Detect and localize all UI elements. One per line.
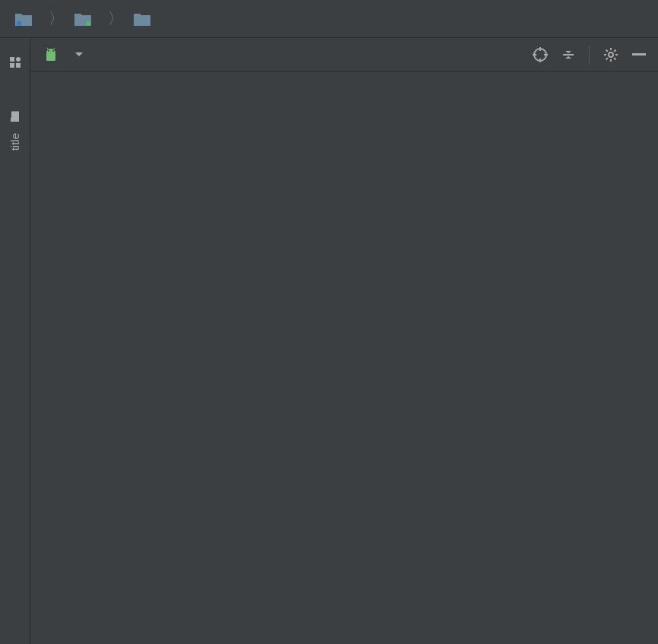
- breadcrumb-item-app[interactable]: [74, 12, 97, 26]
- project-header: [30, 38, 658, 71]
- tool-tab-resource-manager[interactable]: [5, 46, 25, 85]
- project-tree[interactable]: [30, 71, 658, 644]
- header-actions: [533, 46, 646, 64]
- module-folder-icon: [74, 12, 91, 26]
- android-icon: [43, 46, 59, 63]
- svg-rect-3: [10, 57, 14, 62]
- svg-rect-11: [563, 54, 574, 56]
- project-folder-icon: [15, 12, 32, 26]
- breadcrumb-item-libs[interactable]: [134, 12, 157, 26]
- separator: [589, 46, 590, 64]
- tool-tab-project[interactable]: title: [4, 100, 26, 162]
- chevron-down-icon: [74, 52, 84, 58]
- chevron-right-icon: 〉: [49, 8, 64, 29]
- target-button[interactable]: [533, 47, 548, 62]
- project-view-selector[interactable]: [43, 46, 84, 63]
- svg-point-1: [86, 21, 90, 26]
- minimize-button[interactable]: [632, 53, 646, 56]
- resource-icon: [10, 57, 21, 68]
- svg-rect-2: [10, 63, 14, 68]
- tool-sidebar: title: [0, 38, 30, 644]
- svg-point-6: [48, 50, 49, 52]
- project-panel: [30, 38, 658, 644]
- collapse-all-button[interactable]: [562, 48, 575, 62]
- breadcrumb-item-root[interactable]: [15, 12, 38, 26]
- svg-point-5: [16, 57, 21, 62]
- breadcrumb: 〉 〉: [0, 0, 658, 38]
- folder-icon: [11, 111, 20, 122]
- svg-point-12: [609, 52, 613, 57]
- settings-button[interactable]: [603, 47, 618, 62]
- svg-point-7: [52, 50, 54, 52]
- svg-rect-13: [632, 53, 646, 56]
- chevron-right-icon: 〉: [108, 8, 123, 29]
- folder-icon: [134, 12, 150, 26]
- svg-rect-4: [16, 63, 21, 68]
